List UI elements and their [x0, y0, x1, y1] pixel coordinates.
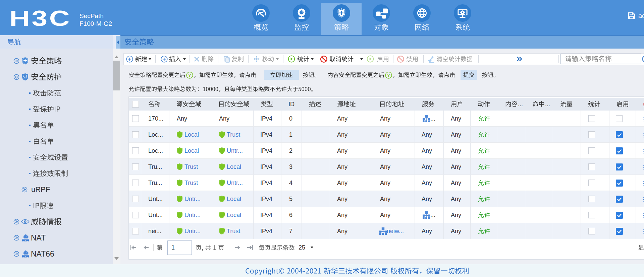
- svg-text:?: ?: [387, 73, 390, 78]
- svg-text:?: ?: [189, 73, 191, 78]
